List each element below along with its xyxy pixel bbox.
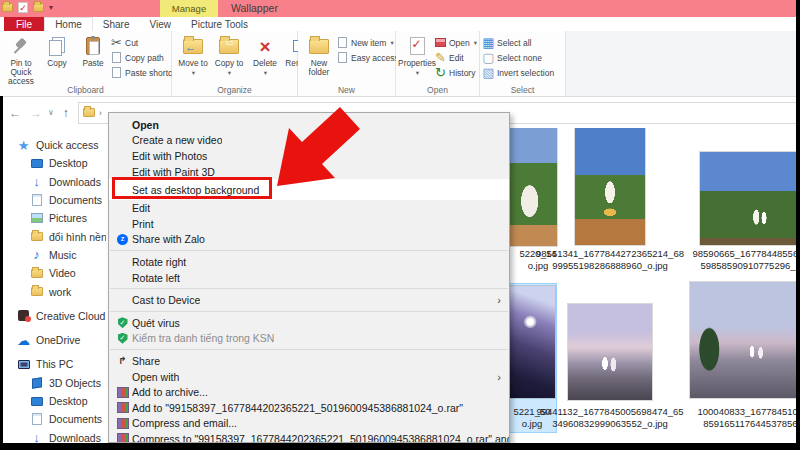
sidebar-item-onedrive[interactable]: ☁OneDrive: [3, 331, 106, 349]
manage-contextual-tab[interactable]: Manage: [160, 0, 218, 17]
button-delete[interactable]: ×Delete▾: [247, 33, 283, 81]
recent-locations-chevron-icon[interactable]: ∨: [48, 108, 54, 117]
sidebar-item-video[interactable]: Video: [3, 264, 106, 282]
menu-item-label: Cast to Device: [132, 294, 200, 306]
sidebar-item-work[interactable]: work: [3, 282, 106, 300]
chevron-down-icon: ▾: [192, 68, 195, 77]
menu-item-compress-to-99158397-1677844202365221-50[interactable]: Compress to "99158397_1677844202365221_5…: [109, 431, 509, 443]
file-name-line: 34960832999063552_o.jpg: [530, 418, 690, 430]
menu-item-compress-and-email[interactable]: Compress and email...: [109, 416, 509, 432]
menu-item-qu-t-virus[interactable]: ✓Quét virus: [109, 315, 509, 331]
menu-item-edit[interactable]: Edit: [109, 200, 509, 216]
file-thumbnail[interactable]: [575, 128, 645, 245]
download-icon: ↓: [33, 175, 40, 188]
delete-icon: ×: [259, 37, 270, 56]
tab-picture-tools[interactable]: Picture Tools: [181, 17, 258, 31]
back-icon[interactable]: ←: [9, 106, 21, 120]
menu-item-add-to-99158397-1677844202365221-5019600[interactable]: Add to "99158397_1677844202365221_501960…: [109, 400, 509, 416]
tab-file[interactable]: File: [4, 17, 44, 31]
button-move-to[interactable]: ←Move to▾: [175, 33, 211, 81]
ribbon-group-label: Open: [396, 85, 479, 95]
button-label: Pin to Quick access: [3, 59, 39, 86]
button-open[interactable]: Open▾: [435, 36, 477, 49]
button-label: Move to: [178, 59, 208, 68]
menu-item-label: Add to archive...: [132, 386, 208, 398]
menu-item-label: Share with Zalo: [132, 233, 205, 245]
cut-icon: ✂: [111, 36, 122, 49]
button-paste-shortcut[interactable]: Paste shortcut: [111, 66, 179, 79]
file-name-line: 100040833_16778451090: [673, 406, 797, 418]
file-thumbnail[interactable]: [690, 282, 797, 398]
button-label: Open: [449, 38, 470, 48]
ribbon-group-new: New folderNew item▾Easy access▾New: [298, 31, 396, 96]
button-paste[interactable]: Paste: [75, 33, 111, 81]
file-thumbnail[interactable]: [700, 152, 797, 245]
button-cut[interactable]: ✂Cut: [111, 36, 179, 49]
sidebar-item-downloads[interactable]: ↓Downloads: [3, 173, 106, 191]
sidebar-item-documents[interactable]: Documents: [3, 410, 106, 428]
menu-item-rotate-right[interactable]: Rotate right: [109, 254, 509, 270]
button-label: Edit: [449, 53, 464, 63]
menu-item-open-with[interactable]: Open with›: [109, 369, 509, 385]
winrar-icon: [117, 387, 129, 398]
sidebar-item-creative-cloud-files[interactable]: Creative Cloud Files: [3, 307, 106, 325]
sidebar-item-i-h-nh-n-n-win[interactable]: đổi hình nền win: [3, 227, 106, 245]
forward-icon[interactable]: →: [30, 106, 42, 120]
shield-icon: ✓: [118, 317, 128, 328]
chevron-down-icon[interactable]: ▾: [49, 3, 53, 12]
sidebar-item-music[interactable]: ♪Music: [3, 246, 106, 264]
menu-item-print[interactable]: Print: [109, 216, 509, 232]
sidebar-item-label: Pictures: [49, 212, 87, 224]
sidebar-item-desktop[interactable]: Desktop: [3, 392, 106, 410]
sidebar-item-desktop[interactable]: Desktop: [3, 154, 106, 172]
button-new-folder[interactable]: New folder: [301, 33, 337, 81]
button-history[interactable]: ↻History: [435, 66, 477, 79]
sidebar-item-documents[interactable]: Documents: [3, 191, 106, 209]
sidebar-item-label: Desktop: [49, 157, 88, 169]
quick-access-toolbar: ✓ ▾: [2, 2, 53, 13]
winrar-icon: [117, 402, 129, 413]
ribbon-group-select: ▦Select all▢Select none▧Invert selection…: [480, 31, 566, 96]
sidebar-item-label: Documents: [49, 194, 102, 206]
menu-item-cast-to-device[interactable]: Cast to Device›: [109, 292, 509, 308]
file-thumbnail[interactable]: [568, 304, 652, 400]
sidebar-item-this-pc[interactable]: This PC: [3, 355, 106, 373]
menu-item-add-to-archive[interactable]: Add to archive...: [109, 384, 509, 400]
sidebar-item-pictures[interactable]: Pictures: [3, 209, 106, 227]
up-icon[interactable]: ↑: [63, 106, 69, 120]
button-label: New item: [351, 38, 386, 48]
button-invert-selection[interactable]: ▧Invert selection: [483, 66, 554, 79]
button-copy[interactable]: Copy: [39, 33, 75, 81]
button-copy-path[interactable]: Copy path: [111, 51, 179, 64]
tab-view[interactable]: View: [140, 17, 182, 31]
edit-icon: ✎: [435, 51, 446, 64]
button-edit[interactable]: ✎Edit: [435, 51, 477, 64]
sidebar-item-3d-objects[interactable]: 3D Objects: [3, 374, 106, 392]
menu-item-create-a-new-video[interactable]: Create a new video: [109, 133, 509, 149]
tab-share[interactable]: Share: [93, 17, 140, 31]
menu-item-ki-m-tra-danh-ti-ng-trong-ksn[interactable]: ✓Kiểm tra danh tiếng trong KSN: [109, 331, 509, 347]
menu-item-share-with-zalo[interactable]: ZShare with Zalo: [109, 232, 509, 248]
file-thumbnail[interactable]: [510, 286, 555, 398]
docs-icon: ▭: [226, 39, 234, 47]
sidebar-item-quick-access[interactable]: ★Quick access: [3, 136, 106, 154]
menu-item-open[interactable]: Open: [109, 117, 509, 133]
button-copy-to[interactable]: ▭Copy to▾: [211, 33, 247, 81]
file-name-line: 859165117644537856_: [673, 418, 797, 430]
menu-item-label: Compress to "99158397_1677844202365221_5…: [132, 433, 509, 443]
button-properties[interactable]: Properties▾: [399, 33, 435, 81]
button-select-none[interactable]: ▢Select none: [483, 51, 554, 64]
properties-check-icon[interactable]: ✓: [18, 2, 28, 13]
menu-item-rotate-left[interactable]: Rotate left: [109, 270, 509, 286]
document-icon: [32, 413, 42, 425]
button-pin-to-quick-access[interactable]: Pin to Quick access: [3, 33, 39, 86]
button-label: Copy path: [125, 53, 164, 63]
menu-item-edit-with-photos[interactable]: Edit with Photos: [109, 148, 509, 164]
tab-home[interactable]: Home: [44, 17, 93, 31]
menu-item-label: Quét virus: [132, 317, 180, 329]
sidebar-item-downloads[interactable]: ↓Downloads: [3, 428, 106, 443]
folder-icon[interactable]: [33, 3, 44, 12]
folder-icon[interactable]: [2, 3, 13, 12]
button-select-all[interactable]: ▦Select all: [483, 36, 554, 49]
menu-item-share[interactable]: ↱Share: [109, 353, 509, 369]
